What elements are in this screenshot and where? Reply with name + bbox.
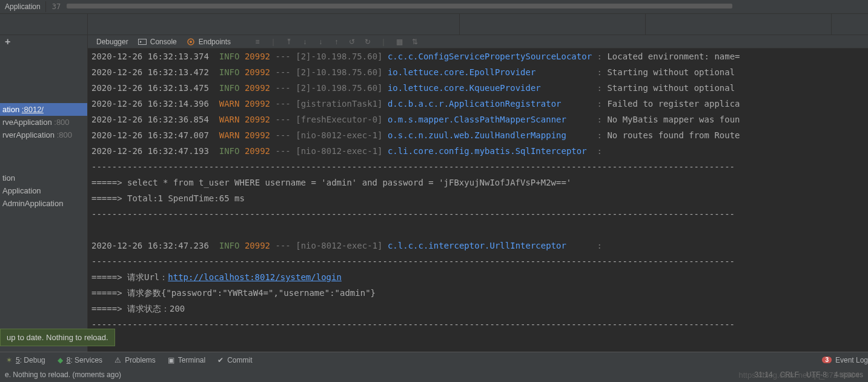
- status-bar: e. Nothing to reload. (moments ago) 31:1…: [0, 367, 868, 382]
- log-divider: ----------------------------------------…: [91, 317, 864, 332]
- request-url-link[interactable]: http://localhost:8012/system/login: [168, 272, 342, 282]
- event-log-badge: 3: [822, 357, 832, 363]
- services-sidebar: + ation :8012/ rveApplication :800 rverA…: [0, 35, 88, 352]
- tab-terminal[interactable]: ▣ Terminal: [168, 356, 205, 364]
- log-url: =====> 请求Url：http://localhost:8012/syste…: [91, 269, 864, 285]
- down-icon[interactable]: ↓: [300, 37, 310, 47]
- debug-toolbar: Debugger Console Endpoints ≡ | ⤒ ↓ ↓: [88, 35, 868, 49]
- tab-debug[interactable]: ✶ 5: Debug: [6, 356, 45, 364]
- horizontal-scrollbar-track[interactable]: [67, 4, 850, 10]
- svg-point-4: [190, 41, 192, 43]
- wrap2-icon[interactable]: ↻: [363, 37, 373, 47]
- warning-icon: ⚠: [114, 356, 121, 364]
- settings-icon[interactable]: ≡: [253, 37, 262, 47]
- editor-top-bar: Application 37: [0, 0, 868, 14]
- log-blank: [91, 222, 864, 238]
- log-divider: ----------------------------------------…: [91, 206, 864, 222]
- services-icon: ◆: [58, 356, 63, 364]
- tab-services[interactable]: ◆ 8: Services: [58, 356, 102, 364]
- plus-icon[interactable]: +: [5, 36, 10, 47]
- svg-rect-1: [139, 39, 146, 44]
- run-config-port: :800: [57, 130, 72, 139]
- log-divider: ----------------------------------------…: [91, 159, 864, 175]
- reload-tooltip: up to date. Nothing to reload.: [0, 329, 115, 346]
- tab-problems[interactable]: ⚠ Problems: [114, 356, 156, 364]
- horizontal-scrollbar-thumb[interactable]: [67, 4, 732, 8]
- status-message: e. Nothing to reload. (moments ago): [5, 370, 121, 379]
- run-config-item[interactable]: tion: [0, 172, 87, 184]
- log-total: =====> Total:1 SpendTime:65 ms: [91, 190, 864, 206]
- run-config-item[interactable]: rveApplication :800: [0, 116, 87, 129]
- watermark: https://blog.csdn.net/qq_37248504: [739, 370, 860, 380]
- run-config-name: ation: [2, 105, 19, 114]
- down2-icon[interactable]: ↓: [316, 37, 325, 47]
- tab-endpoints-label: Endpoints: [199, 38, 231, 46]
- sidebar-toolbar: +: [0, 35, 87, 49]
- wrap-icon[interactable]: ↺: [347, 37, 357, 47]
- log-divider: ----------------------------------------…: [91, 253, 864, 269]
- tab-event-log[interactable]: Event Log: [835, 356, 868, 364]
- panel-header-row: [0, 14, 868, 35]
- log-line: 2020-12-26 16:32:14.396 WARN 20992 --- […: [91, 96, 864, 112]
- up-stack-icon[interactable]: ⤒: [284, 37, 294, 47]
- terminal-icon: ▣: [168, 356, 174, 364]
- run-config-name: rverApplication: [2, 130, 55, 139]
- console-output[interactable]: 2020-12-26 16:32:13.374 INFO 20992 --- […: [88, 49, 868, 352]
- run-config-item[interactable]: rverApplication :800: [0, 129, 87, 141]
- grid-icon[interactable]: ▦: [394, 37, 404, 47]
- log-line: 2020-12-26 16:32:47.007 WARN 20992 --- […: [91, 127, 864, 143]
- run-config-item[interactable]: AdminApplication: [0, 197, 87, 210]
- tab-debugger[interactable]: Debugger: [96, 38, 128, 46]
- console-icon: [138, 38, 147, 46]
- filter-icon[interactable]: ⇅: [410, 37, 420, 47]
- editor-tab[interactable]: Application: [0, 1, 46, 12]
- log-sql: =====> select * from t_user WHERE userna…: [91, 175, 864, 190]
- run-config-port: :800: [54, 118, 69, 127]
- run-config-item[interactable]: ation :8012/: [0, 103, 87, 116]
- log-params: =====> 请求参数{"password":"YWRtaW4=","usern…: [91, 285, 864, 301]
- bug-icon: ✶: [6, 356, 12, 364]
- log-line: 2020-12-26 16:32:13.472 INFO 20992 --- […: [91, 64, 864, 80]
- tab-console-label: Console: [150, 38, 177, 46]
- tool-window-tabs: ✶ 5: Debug ◆ 8: Services ⚠ Problems ▣ Te…: [0, 352, 868, 367]
- log-line: 2020-12-26 16:32:47.236 INFO 20992 --- […: [91, 238, 864, 253]
- run-config-port: :8012/: [22, 105, 44, 114]
- line-number: 37: [46, 2, 67, 11]
- tab-endpoints[interactable]: Endpoints: [187, 38, 231, 46]
- log-status: =====> 请求状态：200: [91, 301, 864, 317]
- console-actions: ≡ | ⤒ ↓ ↓ ↑ ↺ ↻ | ▦ ⇅: [253, 37, 420, 47]
- log-line: 2020-12-26 16:32:47.193 INFO 20992 --- […: [91, 143, 864, 159]
- tab-commit[interactable]: ✔ Commit: [217, 356, 252, 364]
- log-line: 2020-12-26 16:32:13.374 INFO 20992 --- […: [91, 49, 864, 64]
- tab-debugger-label: Debugger: [96, 38, 128, 46]
- commit-icon: ✔: [217, 356, 224, 364]
- console-panel: Debugger Console Endpoints ≡ | ⤒ ↓ ↓: [88, 35, 868, 352]
- upload-icon[interactable]: ↑: [331, 37, 341, 47]
- log-line: 2020-12-26 16:32:13.475 INFO 20992 --- […: [91, 80, 864, 96]
- main-area: + ation :8012/ rveApplication :800 rverA…: [0, 35, 868, 352]
- endpoints-icon: [187, 38, 195, 46]
- run-config-name: rveApplication: [2, 118, 52, 127]
- tab-console[interactable]: Console: [138, 38, 177, 46]
- run-config-item[interactable]: Application: [0, 184, 87, 197]
- log-line: 2020-12-26 16:32:36.854 WARN 20992 --- […: [91, 112, 864, 127]
